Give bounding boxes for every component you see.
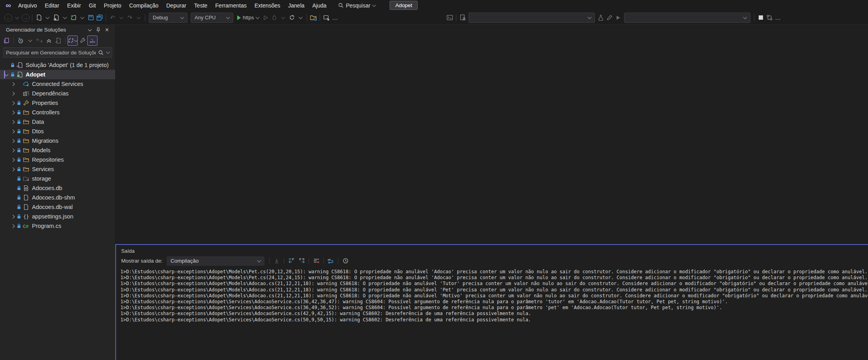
tree-expander[interactable] — [9, 83, 16, 86]
tree-item-adopet[interactable]: Adopet — [0, 70, 115, 79]
new-project-dropdown[interactable] — [43, 13, 52, 22]
tree-item-dependencias[interactable]: Dependências — [0, 89, 115, 98]
find-in-files-button[interactable] — [309, 13, 318, 22]
clear-all-button[interactable] — [311, 257, 321, 265]
architecture-button[interactable] — [765, 13, 774, 22]
run-selection-button[interactable] — [614, 13, 622, 22]
tree-item-appsettings-json[interactable]: {}appsettings.json — [0, 212, 115, 221]
tree-item-adocoes-db-shm[interactable]: Adocoes.db-shm — [0, 193, 115, 202]
tree-item-program-cs[interactable]: C#Program.cs — [0, 221, 115, 231]
tree-expander[interactable] — [9, 159, 16, 161]
filter-dropdown[interactable] — [25, 36, 35, 45]
menu-item-compilacao[interactable]: Compilação — [125, 1, 162, 10]
menu-item-depurar[interactable]: Depurar — [162, 1, 190, 10]
undo-dropdown[interactable] — [117, 13, 126, 22]
undo-button[interactable]: ↶ — [108, 13, 117, 22]
close-button[interactable]: × — [103, 26, 111, 34]
test-flask-button[interactable] — [596, 13, 605, 22]
stop-button[interactable] — [756, 13, 765, 22]
add-new-item-dropdown[interactable] — [78, 13, 86, 22]
tree-expander[interactable] — [9, 140, 16, 142]
tree-item-data[interactable]: Data — [0, 117, 115, 127]
window-position-dropdown[interactable] — [85, 26, 94, 34]
goto-next-message-button[interactable] — [296, 257, 307, 265]
feedback-button[interactable] — [322, 13, 331, 22]
solution-explorer-search-input[interactable]: Pesquisar em Gerenciador de Soluções (C — [3, 47, 112, 58]
sync-selection-button[interactable] — [35, 36, 44, 45]
hot-reload-button[interactable] — [270, 13, 279, 22]
menu-item-extensoes[interactable]: Extensões — [251, 1, 284, 10]
tree-expander[interactable] — [9, 225, 16, 228]
open-file-dropdown[interactable] — [60, 13, 69, 22]
test-explorer-button[interactable] — [458, 13, 467, 22]
menu-item-janela[interactable]: Janela — [284, 1, 308, 10]
solution-configuration-dropdown[interactable]: Debug — [149, 13, 187, 23]
word-wrap-button[interactable]: ab — [326, 257, 336, 265]
menu-item-editar[interactable]: Editar — [41, 1, 63, 10]
tree-item-services[interactable]: Services — [0, 164, 115, 174]
tree-expander[interactable] — [9, 168, 16, 171]
tree-expander[interactable] — [9, 149, 16, 152]
redo-button[interactable]: ↷ — [126, 13, 134, 22]
pending-changes-filter-button[interactable] — [16, 36, 25, 45]
start-without-debugging-button[interactable] — [261, 13, 270, 22]
output-log[interactable]: 1>D:\Estudos\csharp-exceptions\Adopet\Mo… — [116, 267, 868, 323]
pin-button[interactable] — [94, 26, 103, 34]
timestamp-button[interactable] — [340, 257, 351, 265]
tree-item-storage[interactable]: storage — [0, 174, 115, 183]
menu-item-arquivo[interactable]: Arquivo — [14, 1, 41, 10]
edit-button[interactable] — [605, 13, 614, 22]
switch-views-button[interactable] — [2, 36, 11, 45]
toolbar-overflow-button[interactable]: … — [331, 13, 339, 22]
tree-item-repositories[interactable]: Repositories — [0, 155, 115, 164]
new-project-button[interactable] — [34, 13, 43, 22]
tree-item-adocoes-db[interactable]: Adocoes.db — [0, 183, 115, 193]
show-all-files-button[interactable] — [54, 36, 63, 45]
tree-expander[interactable] — [9, 102, 16, 104]
goto-previous-message-button[interactable] — [286, 257, 296, 265]
properties-button[interactable] — [78, 36, 87, 45]
preview-changes-toggle[interactable] — [87, 35, 97, 46]
toolbar2-overflow-button[interactable]: … — [774, 13, 782, 22]
tree-item-dtos[interactable]: Dtos — [0, 127, 115, 136]
menu-item-projeto[interactable]: Projeto — [100, 1, 125, 10]
open-file-button[interactable] — [52, 13, 60, 22]
navigate-forward-button[interactable]: → — [21, 13, 30, 22]
navigate-back-dropdown[interactable] — [13, 13, 21, 22]
tree-item-solucao-adopet-1-de-1-projeto[interactable]: ∞Solução 'Adopet' (1 de 1 projeto) — [0, 60, 115, 70]
tree-item-adocoes-db-wal[interactable]: Adocoes.db-wal — [0, 202, 115, 212]
redo-dropdown[interactable] — [134, 13, 143, 22]
tree-expander[interactable] — [9, 130, 16, 133]
collapse-all-button[interactable] — [44, 36, 54, 45]
tree-item-properties[interactable]: Properties — [0, 98, 115, 108]
menu-item-ajuda[interactable]: Ajuda — [308, 1, 330, 10]
test-target-dropdown[interactable] — [469, 13, 595, 23]
hot-reload-dropdown[interactable] — [279, 13, 287, 22]
tree-item-migrations[interactable]: Migrations — [0, 136, 115, 145]
menu-item-teste[interactable]: Teste — [190, 1, 211, 10]
save-button[interactable] — [86, 13, 95, 22]
refresh-dropdown[interactable] — [296, 13, 305, 22]
tree-expander[interactable] — [9, 111, 16, 114]
menu-item-ferramentas[interactable]: Ferramentas — [211, 1, 250, 10]
menu-item-git[interactable]: Git — [85, 1, 100, 10]
tree-item-connected-services[interactable]: Connected Services — [0, 79, 115, 89]
navigate-back-button[interactable]: ← — [4, 13, 13, 22]
menu-item-exibir[interactable]: Exibir — [63, 1, 85, 10]
terminal-button[interactable] — [445, 13, 454, 22]
refresh-button[interactable] — [287, 13, 296, 22]
output-source-dropdown[interactable]: Compilação — [167, 256, 264, 266]
sync-with-active-document-toggle[interactable] — [67, 35, 78, 46]
goto-end-button[interactable] — [272, 257, 282, 265]
tree-item-models[interactable]: Models — [0, 145, 115, 155]
solution-platform-dropdown[interactable]: Any CPU — [191, 13, 233, 23]
tree-expander[interactable] — [9, 92, 16, 95]
save-all-button[interactable] — [95, 13, 104, 22]
tree-item-controllers[interactable]: Controllers — [0, 108, 115, 117]
start-debugging-button[interactable]: https — [237, 13, 259, 22]
solution-name-badge[interactable]: Adopet — [390, 1, 418, 10]
tree-expander[interactable] — [9, 121, 16, 123]
search-button[interactable]: Pesquisar — [336, 1, 378, 10]
add-new-item-button[interactable] — [69, 13, 78, 22]
secondary-dropdown[interactable] — [624, 13, 750, 23]
